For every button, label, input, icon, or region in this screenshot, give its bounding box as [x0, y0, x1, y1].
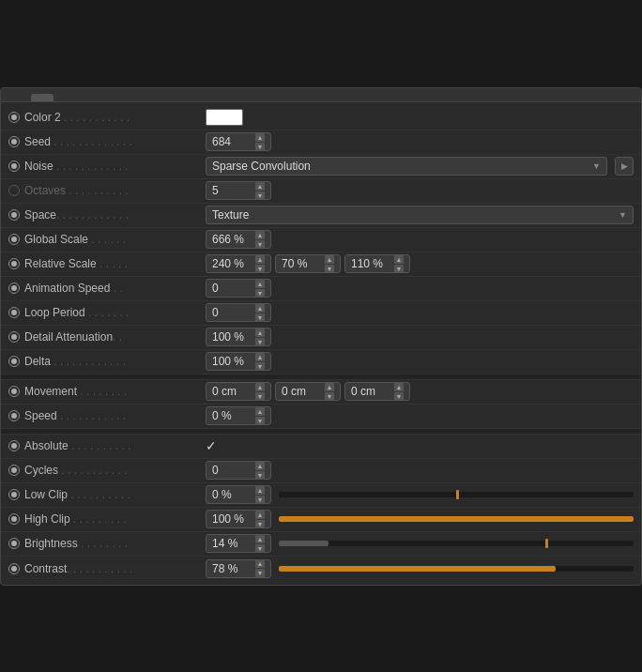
- number-input[interactable]: 0 cm ▲ ▼: [275, 382, 341, 401]
- stepper[interactable]: ▲ ▼: [394, 383, 404, 401]
- stepper-up[interactable]: ▲: [255, 328, 265, 337]
- radio-loopperiod[interactable]: [8, 307, 20, 318]
- stepper-up[interactable]: ▲: [255, 182, 265, 191]
- stepper-down[interactable]: ▼: [255, 520, 265, 528]
- stepper[interactable]: ▲ ▼: [325, 383, 334, 401]
- stepper[interactable]: ▲ ▼: [255, 462, 265, 480]
- number-input[interactable]: 100 % ▲ ▼: [206, 510, 271, 528]
- number-input[interactable]: 70 % ▲ ▼: [275, 254, 341, 273]
- number-input[interactable]: 0 ▲ ▼: [206, 279, 271, 298]
- radio-speed[interactable]: [8, 410, 20, 421]
- stepper-up[interactable]: ▲: [255, 280, 265, 288]
- dropdown[interactable]: Sparse Convolution ▼: [206, 157, 607, 176]
- number-input[interactable]: 100 % ▲ ▼: [206, 352, 271, 371]
- slider-track[interactable]: [279, 541, 634, 546]
- radio-animspeed[interactable]: [8, 283, 20, 294]
- stepper-down[interactable]: ▼: [255, 417, 265, 425]
- radio-cycles[interactable]: [8, 465, 20, 476]
- radio-movement[interactable]: [8, 386, 20, 397]
- stepper[interactable]: ▲ ▼: [255, 407, 265, 425]
- stepper[interactable]: ▲ ▼: [394, 255, 404, 273]
- stepper-up[interactable]: ▲: [255, 559, 265, 568]
- number-input[interactable]: 78 % ▲ ▼: [206, 559, 271, 578]
- slider-track[interactable]: [279, 492, 634, 497]
- radio-delta[interactable]: [8, 356, 20, 367]
- stepper[interactable]: ▲ ▼: [255, 133, 265, 151]
- stepper-up[interactable]: ▲: [255, 255, 265, 264]
- radio-octaves[interactable]: [8, 185, 20, 196]
- stepper-down[interactable]: ▼: [325, 265, 334, 273]
- number-input[interactable]: 14 % ▲ ▼: [206, 534, 271, 553]
- number-input[interactable]: 100 % ▲ ▼: [206, 328, 271, 346]
- radio-globalscale[interactable]: [8, 234, 20, 245]
- stepper-up[interactable]: ▲: [255, 133, 265, 142]
- stepper-up[interactable]: ▲: [255, 304, 265, 313]
- radio-space[interactable]: [8, 209, 20, 221]
- stepper[interactable]: ▲ ▼: [255, 182, 265, 200]
- number-input[interactable]: 110 % ▲ ▼: [344, 254, 410, 273]
- stepper-up[interactable]: ▲: [255, 462, 265, 470]
- stepper-up[interactable]: ▲: [255, 407, 265, 416]
- stepper-down[interactable]: ▼: [255, 569, 265, 577]
- radio-color2[interactable]: [8, 112, 20, 123]
- stepper[interactable]: ▲ ▼: [255, 328, 265, 346]
- stepper-up[interactable]: ▲: [255, 231, 265, 239]
- slider-track[interactable]: [279, 516, 634, 522]
- stepper[interactable]: ▲ ▼: [255, 353, 265, 371]
- stepper[interactable]: ▲ ▼: [255, 559, 265, 577]
- stepper-down[interactable]: ▼: [255, 191, 265, 200]
- number-input[interactable]: 666 % ▲ ▼: [206, 230, 271, 249]
- stepper[interactable]: ▲ ▼: [255, 255, 265, 273]
- number-input[interactable]: 0 cm ▲ ▼: [344, 382, 410, 401]
- number-input[interactable]: 0 ▲ ▼: [206, 303, 271, 322]
- number-input[interactable]: 684 ▲ ▼: [206, 132, 271, 151]
- stepper-up[interactable]: ▲: [255, 353, 265, 361]
- stepper-up[interactable]: ▲: [394, 383, 404, 391]
- stepper-down[interactable]: ▼: [255, 265, 265, 273]
- stepper-down[interactable]: ▼: [394, 392, 404, 401]
- radio-contrast[interactable]: [8, 563, 20, 574]
- stepper-down[interactable]: ▼: [255, 240, 265, 249]
- radio-noise[interactable]: [8, 160, 20, 172]
- stepper[interactable]: ▲ ▼: [255, 383, 265, 401]
- stepper-down[interactable]: ▼: [255, 143, 265, 151]
- number-input[interactable]: 0 cm ▲ ▼: [206, 382, 271, 401]
- number-input[interactable]: 0 ▲ ▼: [206, 461, 271, 480]
- radio-relativescale[interactable]: [8, 258, 20, 269]
- number-input[interactable]: 0 % ▲ ▼: [206, 406, 271, 425]
- stepper[interactable]: ▲ ▼: [255, 535, 265, 553]
- number-input[interactable]: 5 ▲ ▼: [206, 181, 271, 200]
- number-input[interactable]: 240 % ▲ ▼: [206, 254, 271, 273]
- radio-brightness[interactable]: [8, 538, 20, 549]
- stepper-down[interactable]: ▼: [325, 392, 334, 401]
- stepper-up[interactable]: ▲: [255, 535, 265, 543]
- stepper-up[interactable]: ▲: [255, 383, 265, 391]
- stepper[interactable]: ▲ ▼: [255, 304, 265, 322]
- stepper-down[interactable]: ▼: [255, 313, 265, 322]
- radio-highclip[interactable]: [8, 513, 20, 525]
- radio-seed[interactable]: [8, 136, 20, 147]
- stepper[interactable]: ▲ ▼: [255, 231, 265, 249]
- stepper-down[interactable]: ▼: [255, 289, 265, 298]
- stepper-up[interactable]: ▲: [255, 511, 265, 519]
- color-swatch[interactable]: [206, 109, 243, 126]
- stepper-down[interactable]: ▼: [255, 496, 265, 504]
- stepper-down[interactable]: ▼: [255, 362, 265, 371]
- tab-shader[interactable]: [31, 94, 54, 101]
- extra-dropdown-arrow[interactable]: ▶: [615, 157, 634, 176]
- stepper[interactable]: ▲ ▼: [255, 280, 265, 298]
- stepper-down[interactable]: ▼: [255, 544, 265, 553]
- stepper-up[interactable]: ▲: [255, 486, 265, 495]
- number-input[interactable]: 0 % ▲ ▼: [206, 485, 271, 504]
- radio-detailatten[interactable]: [8, 331, 20, 343]
- radio-absolute[interactable]: [8, 440, 20, 451]
- tab-basic[interactable]: [8, 94, 31, 101]
- stepper-down[interactable]: ▼: [255, 471, 265, 480]
- dropdown[interactable]: Texture ▼: [206, 206, 634, 224]
- stepper-down[interactable]: ▼: [394, 265, 404, 273]
- stepper[interactable]: ▲ ▼: [255, 511, 265, 528]
- stepper-up[interactable]: ▲: [325, 383, 334, 391]
- stepper-up[interactable]: ▲: [394, 255, 404, 264]
- stepper-down[interactable]: ▼: [255, 338, 265, 346]
- radio-lowclip[interactable]: [8, 489, 20, 500]
